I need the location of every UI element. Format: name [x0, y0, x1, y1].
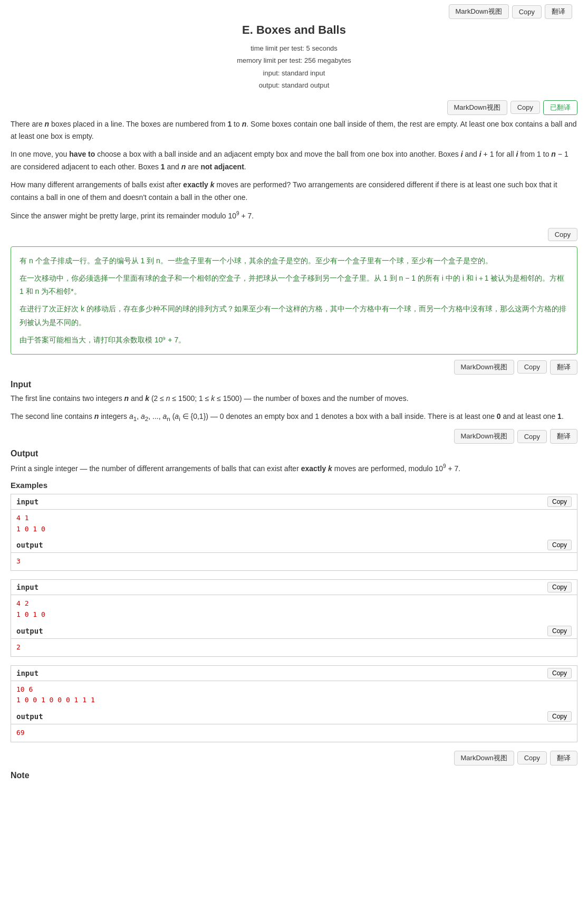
- translate-btn-top[interactable]: 翻译: [545, 4, 572, 19]
- markdown-view-btn-output[interactable]: MarkDown视图: [454, 429, 514, 444]
- problem-title: E. Boxes and Balls: [11, 23, 577, 37]
- translate-btn-note[interactable]: 翻译: [550, 751, 577, 766]
- example-2-output-value: 2: [11, 639, 577, 656]
- example-2-output-label: output: [16, 627, 43, 635]
- translation-box: 有 n 个盒子排成一行。盒子的编号从 1 到 n。一些盒子里有一个小球，其余的盒…: [11, 246, 577, 355]
- example-3-output-value: 69: [11, 724, 577, 742]
- trans-p4: 由于答案可能相当大，请打印其余数取模 10⁹ + 7。: [20, 333, 568, 347]
- stmt-p1: There are n boxes placed in a line. The …: [11, 118, 577, 144]
- trans-p2: 在一次移动中，你必须选择一个里面有球的盒子和一个相邻的空盒子，并把球从一个盒子移…: [20, 272, 568, 298]
- example-1-input-copy[interactable]: Copy: [547, 496, 572, 507]
- note-toolbar: MarkDown视图 Copy 翻译: [11, 751, 577, 766]
- example-1-input-value: 4 1 1 0 1 0: [11, 510, 577, 538]
- input-heading: Input: [11, 380, 577, 389]
- output-text: Print a single integer — the number of d…: [11, 462, 577, 475]
- trans-p1: 有 n 个盒子排成一行。盒子的编号从 1 到 n。一些盒子里有一个小球，其余的盒…: [20, 254, 568, 267]
- translated-btn-stmt[interactable]: 已翻译: [543, 100, 577, 115]
- example-1: input Copy 4 1 1 0 1 0 output Copy 3: [11, 494, 577, 571]
- output-p1: Print a single integer — the number of d…: [11, 462, 577, 475]
- example-3-output-copy[interactable]: Copy: [547, 711, 572, 722]
- time-limit: time limit per test: 5 seconds: [11, 42, 577, 54]
- copy-btn-output[interactable]: Copy: [517, 430, 547, 443]
- input-type: input: standard input: [11, 67, 577, 79]
- problem-meta: time limit per test: 5 seconds memory li…: [11, 42, 577, 92]
- example-2-input-label: input: [16, 583, 38, 591]
- example-1-input-label: input: [16, 498, 38, 506]
- example-1-input-row: input Copy: [11, 494, 577, 510]
- example-3-input-label: input: [16, 669, 38, 677]
- markdown-view-btn-top[interactable]: MarkDown视图: [449, 4, 509, 19]
- stmt-p4: Since the answer might be pretty large, …: [11, 209, 577, 222]
- trans-p3: 在进行了次正好次 k 的移动后，存在多少种不同的球的排列方式？如果至少有一个这样…: [20, 302, 568, 329]
- markdown-view-btn-stmt[interactable]: MarkDown视图: [447, 100, 507, 115]
- copy-btn-translation[interactable]: Copy: [548, 228, 577, 241]
- translation-copy-toolbar: Copy: [11, 228, 577, 241]
- copy-btn-top[interactable]: Copy: [512, 5, 542, 18]
- output-section: Output Print a single integer — the numb…: [11, 449, 577, 475]
- stmt-p2: In one move, you have to choose a box wi…: [11, 148, 577, 174]
- examples-heading: Examples: [11, 481, 577, 490]
- example-1-output-copy[interactable]: Copy: [547, 540, 572, 550]
- problem-statement: There are n boxes placed in a line. The …: [11, 118, 577, 223]
- title-section: E. Boxes and Balls time limit per test: …: [11, 23, 577, 92]
- output-type: output: standard output: [11, 79, 577, 91]
- copy-btn-stmt[interactable]: Copy: [510, 101, 540, 114]
- example-3-output-label: output: [16, 712, 43, 721]
- markdown-view-btn-note[interactable]: MarkDown视图: [454, 751, 514, 766]
- example-2-output-row: output Copy: [11, 624, 577, 639]
- example-2-input-value: 4 2 1 0 1 0: [11, 595, 577, 624]
- output-heading: Output: [11, 449, 577, 458]
- example-2-input-row: input Copy: [11, 580, 577, 595]
- input-p2: The second line contains n integers a1, …: [11, 410, 577, 424]
- example-3-input-copy[interactable]: Copy: [547, 668, 572, 678]
- markdown-view-btn-input[interactable]: MarkDown视图: [454, 360, 514, 375]
- example-2: input Copy 4 2 1 0 1 0 output Copy 2: [11, 579, 577, 656]
- copy-btn-input[interactable]: Copy: [517, 360, 547, 374]
- example-2-output-copy[interactable]: Copy: [547, 626, 572, 636]
- translate-btn-output[interactable]: 翻译: [550, 429, 577, 444]
- copy-btn-note[interactable]: Copy: [517, 751, 547, 764]
- statement-toolbar: MarkDown视图 Copy 已翻译: [11, 100, 577, 115]
- memory-limit: memory limit per test: 256 megabytes: [11, 54, 577, 66]
- example-3-input-value: 10 6 1 0 0 1 0 0 0 1 1 1: [11, 681, 577, 710]
- stmt-p3: How many different arrangements of balls…: [11, 179, 577, 204]
- note-section: Note: [11, 771, 577, 780]
- example-1-output-row: output Copy: [11, 538, 577, 553]
- output-toolbar: MarkDown视图 Copy 翻译: [11, 429, 577, 444]
- example-3-input-row: input Copy: [11, 666, 577, 681]
- example-3-output-row: output Copy: [11, 709, 577, 724]
- example-3: input Copy 10 6 1 0 0 1 0 0 0 1 1 1 outp…: [11, 665, 577, 742]
- note-heading: Note: [11, 771, 577, 780]
- example-2-input-copy[interactable]: Copy: [547, 582, 572, 592]
- top-toolbar: MarkDown视图 Copy 翻译: [11, 0, 577, 23]
- input-toolbar: MarkDown视图 Copy 翻译: [11, 360, 577, 375]
- example-1-output-value: 3: [11, 553, 577, 570]
- input-p1: The first line contains two integers n a…: [11, 393, 577, 405]
- example-1-output-label: output: [16, 541, 43, 549]
- input-section: Input The first line contains two intege…: [11, 380, 577, 424]
- input-text: The first line contains two integers n a…: [11, 393, 577, 424]
- translate-btn-input[interactable]: 翻译: [550, 360, 577, 375]
